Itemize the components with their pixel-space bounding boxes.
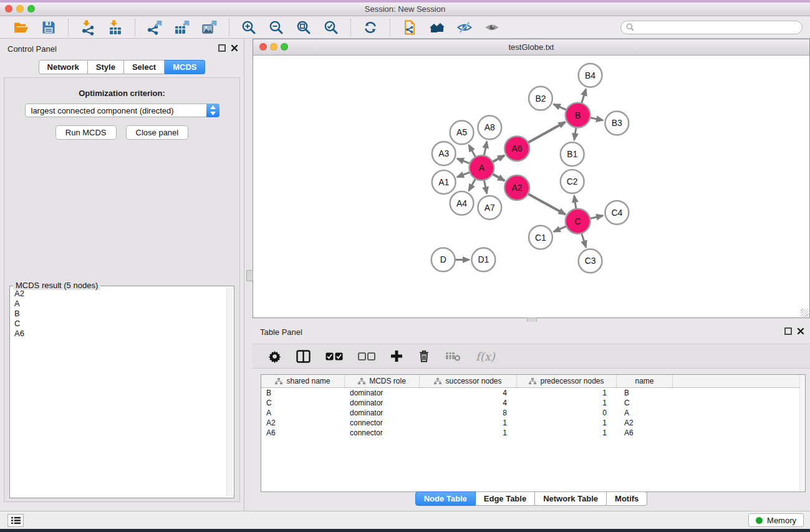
graph-node-B4[interactable]: B4 [579,64,602,87]
table-cell[interactable]: B [261,388,345,398]
graph-edge-C-C3[interactable] [581,232,586,248]
column-header-MCDS-role[interactable]: MCDS role [345,375,420,387]
delete-column-trash-icon[interactable] [418,349,430,363]
graph-node-A7[interactable]: A7 [478,196,501,220]
close-window-button[interactable] [5,5,12,12]
search-field[interactable] [620,21,803,34]
table-cell[interactable]: 0 [517,408,617,418]
close-panel-button[interactable]: Close panel [126,125,189,140]
close-table-panel-icon[interactable] [797,327,804,335]
table-row[interactable]: A6connector11A6 [261,428,805,438]
table-row[interactable]: Bdominator41B [261,388,805,398]
network-close-button[interactable] [259,43,267,51]
save-session-icon[interactable] [41,19,57,36]
mcds-result-item[interactable]: B [11,309,226,319]
graph-edge-A-A5[interactable] [469,145,476,158]
graph-edge-B-B1[interactable] [574,126,576,140]
graph-edge-A2-C[interactable] [527,193,566,215]
table-cell[interactable]: A2 [617,418,673,428]
column-header-predecessor-nodes[interactable]: predecessor nodes [517,375,617,387]
table-cell[interactable]: 1 [517,388,617,398]
graph-node-A4[interactable]: A4 [450,191,474,215]
function-builder-icon[interactable]: f(x) [476,349,495,363]
table-cell[interactable]: A2 [261,418,345,428]
zoom-window-button[interactable] [27,5,35,12]
float-panel-icon[interactable] [218,44,226,52]
graph-node-B2[interactable]: B2 [529,87,552,110]
mcds-result-item[interactable]: A2 [11,289,226,299]
graph-node-B1[interactable]: B1 [561,142,584,166]
tab-style[interactable]: Style [88,60,124,74]
table-cell[interactable]: A [261,408,345,418]
graph-edge-A-A4[interactable] [469,178,476,191]
graph-edge-A-A8[interactable] [484,142,487,157]
tab-network[interactable]: Network [39,60,88,74]
zoom-selected-icon[interactable] [323,19,339,36]
memory-button[interactable]: Memory [748,513,804,527]
graph-edge-C-C4[interactable] [589,216,603,219]
zoom-out-icon[interactable] [268,19,284,36]
graph-node-A6[interactable]: A6 [504,136,529,161]
table-cell[interactable]: 4 [420,398,517,408]
table-tab-edge-table[interactable]: Edge Table [476,491,535,506]
tab-mcds[interactable]: MCDS [165,60,205,74]
table-tab-network-table[interactable]: Network Table [535,491,607,506]
table-cell[interactable]: C [617,398,673,408]
graph-node-C2[interactable]: C2 [561,170,584,193]
add-column-plus-icon[interactable] [390,349,403,363]
graph-node-A5[interactable]: A5 [450,121,474,145]
graph-node-D[interactable]: D [432,248,455,272]
table-cell[interactable]: 1 [517,428,617,438]
import-network-icon[interactable] [80,19,96,36]
graph-node-C1[interactable]: C1 [529,226,552,249]
delete-table-icon[interactable] [445,349,461,363]
run-mcds-button[interactable]: Run MCDS [55,125,117,140]
column-header-name[interactable]: name [617,375,673,387]
table-row[interactable]: A2connector11A2 [261,418,805,428]
zoom-in-icon[interactable] [241,19,257,36]
graph-node-C[interactable]: C [566,209,591,234]
table-cell[interactable]: 1 [420,418,517,428]
criterion-dropdown[interactable]: largest connected component (directed) [25,104,219,117]
table-row[interactable]: Cdominator41C [261,398,805,408]
table-cell[interactable]: 1 [420,428,517,438]
graph-edge-A-A3[interactable] [457,158,471,163]
mcds-result-item[interactable]: A6 [11,329,226,339]
export-image-icon[interactable] [201,19,218,36]
float-table-panel-icon[interactable] [784,327,792,335]
graph-edge-A-A7[interactable] [484,179,487,194]
graph-edge-A-A6[interactable] [491,155,504,162]
table-cell[interactable]: dominator [345,398,420,408]
mcds-result-scrollbar[interactable] [226,288,233,496]
zoom-fit-icon[interactable] [296,19,312,36]
graph-node-B[interactable]: B [566,103,591,128]
open-session-file-icon[interactable] [402,19,418,36]
table-cell[interactable]: dominator [345,408,420,418]
graph-node-C3[interactable]: C3 [579,249,602,273]
table-cell[interactable]: A6 [261,428,345,438]
graph-edge-C-C2[interactable] [574,196,576,210]
close-panel-icon[interactable] [231,44,238,52]
table-cell[interactable]: dominator [345,388,420,398]
minimize-window-button[interactable] [16,5,24,12]
graph-node-B3[interactable]: B3 [605,112,629,135]
refresh-icon[interactable] [362,19,378,36]
graph-node-A2[interactable]: A2 [504,175,529,200]
open-session-icon[interactable] [13,19,29,36]
table-cell[interactable]: connector [345,428,420,438]
table-cell[interactable]: A [617,408,673,418]
table-cell[interactable]: B [617,388,673,398]
graph-node-D1[interactable]: D1 [471,248,495,272]
graph-edge-B-B2[interactable] [554,104,568,110]
window-resize-grip[interactable] [801,309,809,317]
graph-edge-B-B4[interactable] [581,89,586,105]
graph-edge-C-C1[interactable] [554,226,567,232]
vertical-splitter-grip[interactable] [246,270,253,281]
graph-node-A[interactable]: A [469,155,494,180]
graph-node-C4[interactable]: C4 [605,201,629,225]
graph-edge-A-A2[interactable] [491,173,504,181]
column-header-successor-nodes[interactable]: successor nodes [420,375,517,387]
table-tab-node-table[interactable]: Node Table [415,491,476,506]
table-cell[interactable]: 4 [420,388,517,398]
network-zoom-button[interactable] [281,43,288,51]
